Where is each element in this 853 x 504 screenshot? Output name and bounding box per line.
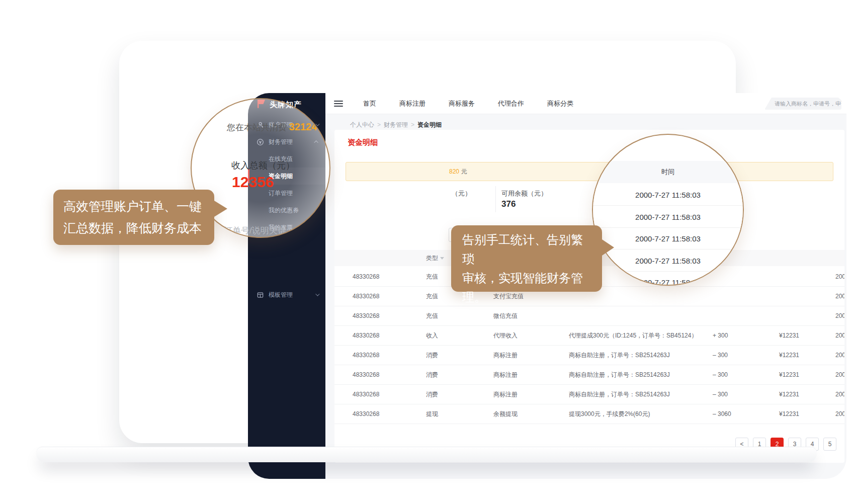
sort-caret-icon (440, 257, 444, 260)
banner-unit: 元 (461, 168, 467, 175)
cell-balance: ¥12231 (779, 326, 799, 346)
cell-item: 微信充值 (493, 306, 518, 326)
cell-order: 48330268 (353, 326, 379, 346)
balance-value: 376 (501, 199, 516, 209)
cell-desc: 商标自助注册，订单号：SB2514263J (569, 385, 670, 404)
cell-amount: – 300 (713, 385, 728, 404)
callout-left: 高效管理账户订单、一键 汇总数据，降低财务成本 (53, 190, 214, 245)
banner-amount-tail: 820 (449, 168, 459, 175)
top-navbar: 首页 商标注册 商标服务 代理合作 商标分类 (325, 93, 846, 114)
callout-left-line1: 高效管理账户订单、一键 (63, 196, 204, 217)
cell-order: 48330268 (353, 306, 379, 326)
breadcrumb: 个人中心>财务管理>资金明细 (350, 121, 442, 129)
cell-item: 商标注册 (493, 346, 518, 365)
magnified-time-value: 2000-7-27 11:58:03 (593, 206, 743, 228)
cell-type: 充值 (426, 306, 438, 326)
cell-time: 2000-7-27 11:58:03 (835, 267, 844, 287)
cell-type: 充值 (426, 287, 438, 306)
pagination-page-5[interactable]: 5 (823, 438, 836, 451)
cell-order: 48330268 (353, 267, 379, 287)
cell-type: 消费 (426, 385, 438, 404)
magnified-income-value: 12356 (232, 174, 274, 191)
cell-balance: ¥12231 (779, 385, 799, 404)
laptop-base (36, 447, 817, 462)
callout-right-line2: 审核，实现智能财务管 (462, 269, 591, 288)
cell-type: 充值 (426, 267, 438, 287)
cell-time: 2000-7-27 11:58:03 (835, 346, 844, 365)
cell-time: 2000-7-27 11:58:03 (835, 306, 844, 326)
nav-item-trademark-services[interactable]: 商标服务 (449, 99, 475, 108)
cell-item: 余额提现 (493, 404, 518, 424)
nav-item-agency[interactable]: 代理合作 (498, 99, 524, 108)
cell-time: 2000-7-27 11:58:03 (835, 385, 844, 404)
magnified-income-label: 收入总额（元） (231, 159, 295, 172)
cell-item: 商标注册 (493, 385, 518, 404)
hamburger-menu-icon[interactable] (334, 99, 343, 108)
magnified-banner-text: 您在本站共消费 32124 (227, 121, 317, 133)
cell-desc: 代理提成300元（ID:1245，订单号：SB45124） (569, 326, 697, 346)
breadcrumb-current: 资金明细 (417, 121, 442, 128)
cell-order: 48330268 (353, 365, 379, 385)
table-row: 48330268提现余额提现提现3000元，手续费2%(60元)– 3060¥1… (334, 404, 844, 424)
cell-desc: 商标自助注册，订单号：SB2514263J (569, 365, 670, 385)
cell-item: 代理收入 (493, 326, 518, 346)
nav-menu: 首页 商标注册 商标服务 代理合作 商标分类 (363, 99, 573, 108)
marketing-mockup-stage: 头牌知产 账户管理 财务管理 在线充值 (0, 0, 853, 504)
table-row: 48330268消费商标注册商标自助注册，订单号：SB2514263J– 300… (334, 385, 844, 404)
table-row: 48330268消费商标注册商标自助注册，订单号：SB2514263J– 300… (334, 346, 844, 365)
cell-item: 商标注册 (493, 365, 518, 385)
cell-time: 2000-7-27 11:58:03 (835, 287, 844, 306)
sidebar-item-templates[interactable]: 模板管理 (248, 286, 325, 303)
cell-balance: ¥12231 (779, 365, 799, 385)
table-row: 48330268消费商标注册商标自助注册，订单号：SB2514263J– 300… (334, 365, 844, 385)
magnified-time-header: 时间 (593, 161, 743, 183)
cell-order: 48330268 (353, 404, 379, 424)
consumption-banner: 820 元 (346, 162, 833, 181)
cell-desc: 提现3000元，手续费2%(60元) (569, 404, 650, 424)
chevron-down-icon (315, 292, 319, 296)
stat-middle-label: （元） (452, 189, 471, 198)
cell-time: 2000-7-27 11:58:03 (835, 326, 844, 346)
callout-left-line2: 汇总数据，降低财务成本 (63, 217, 204, 239)
cell-type: 消费 (426, 365, 438, 385)
stats-divider (495, 186, 496, 212)
callout-right: 告别手工统计、告别繁琐 审核，实现智能财务管 理。 (451, 225, 602, 292)
cell-type: 提现 (426, 404, 438, 424)
column-header-type[interactable]: 类型 (426, 250, 444, 266)
template-icon (257, 291, 264, 299)
table-row: 48330268充值微信充值2000-7-27 11:58:03 (334, 306, 844, 326)
cell-time: 2000-7-27 11:58:03 (835, 365, 844, 385)
callout-right-line1: 告别手工统计、告别繁琐 (462, 230, 591, 269)
magnifier-circle-right: 时间 2000-7-27 11:58:03 2000-7-27 11:58:03… (592, 134, 744, 286)
cell-balance: ¥12231 (779, 346, 799, 365)
magnified-time-value: 2000-7-27 11:58:03 (593, 184, 743, 206)
nav-item-trademark-classes[interactable]: 商标分类 (547, 99, 573, 108)
nav-item-home[interactable]: 首页 (363, 99, 376, 108)
cell-balance: ¥12231 (779, 404, 799, 424)
cell-amount: – 3060 (713, 404, 731, 424)
cell-amount: – 300 (713, 365, 728, 385)
cell-amount: + 300 (713, 326, 728, 346)
table-row: 48330268收入代理收入代理提成300元（ID:1245，订单号：SB451… (334, 326, 844, 346)
magnified-banner-amount: 32124 (289, 121, 317, 132)
tab-fund-details[interactable]: 资金明细 (348, 138, 378, 147)
nav-item-trademark-register[interactable]: 商标注册 (399, 99, 425, 108)
cell-type: 消费 (426, 346, 438, 365)
magnified-time-value: 2000-7-27 11:58:03 (593, 228, 743, 249)
callout-right-line3: 理。 (462, 288, 591, 307)
cell-order: 48330268 (353, 346, 379, 365)
cell-type: 收入 (426, 326, 438, 346)
breadcrumb-part[interactable]: 财务管理 (384, 121, 408, 128)
cell-amount: – 300 (713, 346, 728, 365)
cell-time: 2000-7-27 11:58:03 (835, 404, 844, 424)
trademark-search-input[interactable] (764, 98, 841, 110)
breadcrumb-part[interactable]: 个人中心 (350, 121, 374, 128)
cell-order: 48330268 (353, 287, 379, 306)
sidebar-item-label: 模板管理 (269, 291, 311, 299)
cell-desc: 商标自助注册，订单号：SB2514263J (569, 346, 670, 365)
cell-order: 48330268 (353, 385, 379, 404)
balance-label: 可用余额（元） (501, 189, 547, 198)
